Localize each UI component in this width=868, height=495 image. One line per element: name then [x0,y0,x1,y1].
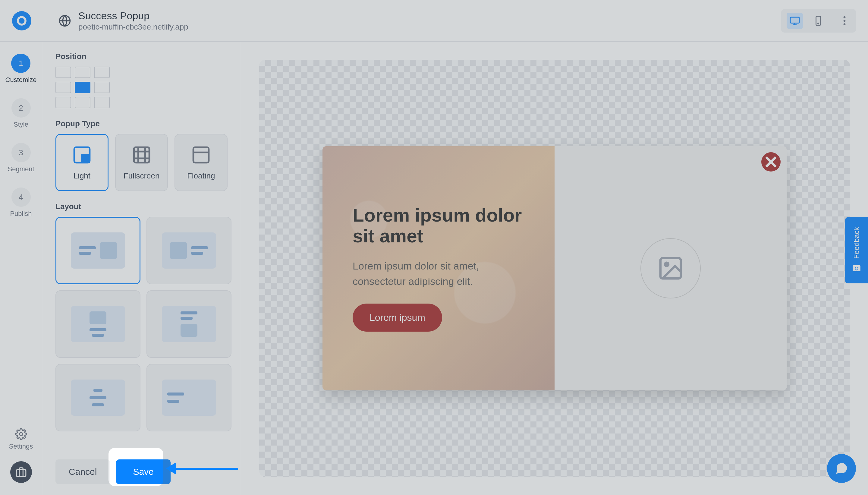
popup-type-floating[interactable]: Floating [174,134,228,191]
position-cell-tl[interactable] [55,67,71,78]
popup-right-panel [555,146,787,390]
step-label: Segment [7,165,34,173]
app-logo[interactable] [12,11,31,31]
popup-preview: Lorem ipsum dolor sit amet Lorem ipsum d… [323,146,787,390]
svg-rect-14 [193,147,209,163]
svg-rect-10 [16,470,26,476]
layout-preview-icon [71,306,125,342]
image-placeholder [640,238,701,298]
device-desktop-button[interactable] [787,13,803,29]
layout-preview-icon [162,233,216,269]
layout-option-3[interactable] [55,290,140,358]
layout-section-label: Layout [55,202,228,211]
settings-label: Settings [9,443,33,450]
step-label: Publish [10,210,32,218]
step-style[interactable]: 2 Style [12,98,31,129]
svg-point-1 [19,18,25,23]
header-titles: Success Popup poetic-muffin-cbc3ee.netli… [79,10,188,32]
briefcase-icon [15,466,27,478]
step-number: 3 [12,143,31,162]
step-customize[interactable]: 1 Customize [5,54,37,84]
settings-button[interactable]: Settings [9,428,33,450]
close-icon [761,152,781,172]
device-toggle [781,9,856,33]
layout-option-5[interactable] [55,364,140,431]
position-cell-ml[interactable] [55,82,71,93]
feedback-label: Feedback [852,227,861,259]
layout-grid [55,217,228,431]
step-number: 2 [12,98,31,118]
preview-canvas: Lorem ipsum dolor sit amet Lorem ipsum d… [241,41,868,495]
position-section-label: Position [55,52,228,61]
type-label: Floating [187,171,215,181]
logo-icon [16,15,28,27]
top-header: Success Popup poetic-muffin-cbc3ee.netli… [0,0,868,41]
layout-option-1[interactable] [55,217,140,284]
svg-point-8 [844,23,846,25]
preview-frame: Lorem ipsum dolor sit amet Lorem ipsum d… [259,60,850,477]
image-icon [657,255,684,282]
svg-point-19 [857,267,858,268]
left-rail: 1 Customize 2 Style 3 Segment 4 Publish … [0,41,42,495]
svg-point-5 [818,23,819,24]
svg-point-9 [20,432,23,436]
svg-point-7 [844,20,846,22]
svg-rect-13 [134,147,149,163]
feedback-icon [851,263,862,273]
step-number: 1 [11,54,31,73]
mobile-icon [813,15,824,26]
page-subtitle: poetic-muffin-cbc3ee.netlify.app [79,22,188,32]
step-publish[interactable]: 4 Publish [10,188,32,218]
rail-bottom: Settings [9,428,33,495]
more-vertical-icon [838,15,851,27]
floating-type-icon [191,145,211,165]
popup-cta-button[interactable]: Lorem ipsum [353,304,442,331]
step-label: Style [14,121,28,129]
popup-type-row: Light Fullscreen Floating [55,134,228,191]
layout-option-4[interactable] [146,290,231,358]
position-grid [55,67,228,108]
popup-type-fullscreen[interactable]: Fullscreen [115,134,168,191]
more-menu-button[interactable] [838,15,851,27]
type-label: Light [73,171,90,181]
position-cell-tr[interactable] [94,67,110,78]
cancel-button[interactable]: Cancel [55,459,110,484]
position-cell-br[interactable] [94,97,110,108]
popup-type-light[interactable]: Light [55,134,108,191]
svg-rect-17 [853,265,861,271]
type-label: Fullscreen [124,171,160,181]
position-cell-tc[interactable] [75,67,90,78]
tutorial-arrow [169,465,238,472]
layout-preview-icon [71,233,125,269]
popup-left-panel: Lorem ipsum dolor sit amet Lorem ipsum d… [323,146,555,390]
device-mobile-button[interactable] [810,13,827,29]
position-cell-bl[interactable] [55,97,71,108]
svg-point-18 [855,267,856,268]
step-label: Customize [5,76,37,84]
globe-icon [58,15,71,27]
svg-point-6 [844,16,846,18]
position-cell-mr[interactable] [94,82,110,93]
layout-preview-icon [162,306,216,342]
popup-close-button[interactable] [761,152,781,172]
popup-body: Lorem ipsum dolor sit amet, consectetur … [353,258,524,289]
layout-option-2[interactable] [146,217,231,284]
popup-title: Lorem ipsum dolor sit amet [353,205,524,246]
sidebar-footer: Cancel Save [42,448,235,495]
svg-rect-3 [790,17,799,23]
layout-preview-icon [71,379,125,416]
fullscreen-type-icon [132,145,152,165]
briefcase-button[interactable] [10,461,32,483]
popup-type-section-label: Popup Type [55,119,228,129]
step-number: 4 [12,188,31,207]
position-cell-bc[interactable] [75,97,90,108]
gear-icon [15,428,27,440]
layout-option-6[interactable] [146,364,231,431]
chat-icon [834,461,849,476]
config-sidebar: Position Popup Type Light Fullscreen Flo… [42,41,241,495]
chat-bubble-button[interactable] [827,454,856,483]
step-segment[interactable]: 3 Segment [7,143,34,173]
save-button[interactable]: Save [116,459,170,484]
position-cell-mc[interactable] [75,82,90,93]
feedback-tab[interactable]: Feedback [845,217,868,284]
